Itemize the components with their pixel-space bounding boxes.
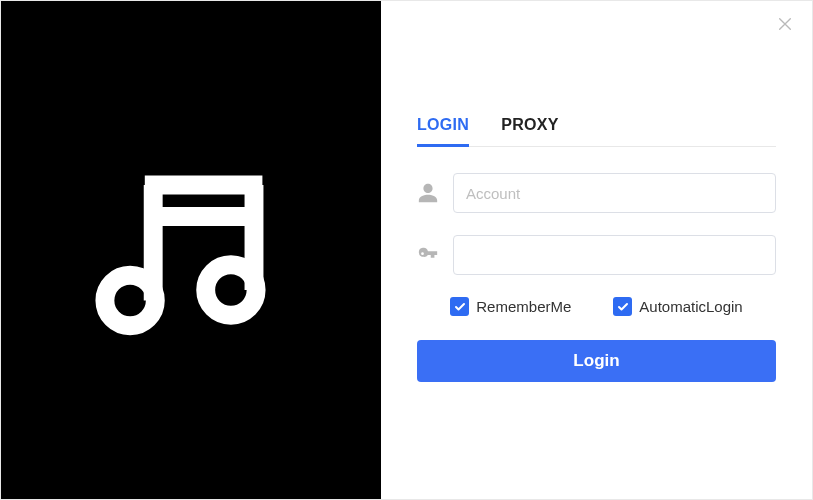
tab-bar: LOGIN PROXY bbox=[417, 115, 776, 147]
password-input[interactable] bbox=[453, 235, 776, 275]
tab-login[interactable]: LOGIN bbox=[417, 116, 469, 147]
login-button[interactable]: Login bbox=[417, 340, 776, 382]
check-icon bbox=[613, 297, 632, 316]
options-row: RememberMe AutomaticLogin bbox=[417, 297, 776, 316]
tab-proxy[interactable]: PROXY bbox=[501, 116, 559, 147]
remember-me-label: RememberMe bbox=[476, 298, 571, 315]
account-input[interactable] bbox=[453, 173, 776, 213]
remember-me-checkbox[interactable]: RememberMe bbox=[450, 297, 571, 316]
account-row bbox=[417, 173, 776, 213]
music-note-icon bbox=[86, 143, 296, 357]
person-icon bbox=[417, 182, 439, 204]
brand-panel bbox=[1, 1, 381, 499]
check-icon bbox=[450, 297, 469, 316]
password-row bbox=[417, 235, 776, 275]
automatic-login-checkbox[interactable]: AutomaticLogin bbox=[613, 297, 742, 316]
svg-point-5 bbox=[206, 265, 256, 315]
key-icon bbox=[417, 244, 439, 266]
close-button[interactable] bbox=[774, 15, 796, 37]
svg-point-4 bbox=[105, 275, 155, 325]
automatic-login-label: AutomaticLogin bbox=[639, 298, 742, 315]
form-panel: LOGIN PROXY RememberMe bbox=[381, 1, 812, 499]
close-icon bbox=[777, 16, 793, 36]
login-window: LOGIN PROXY RememberMe bbox=[0, 0, 813, 500]
